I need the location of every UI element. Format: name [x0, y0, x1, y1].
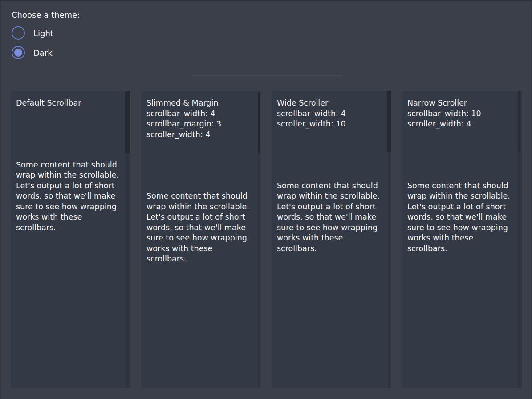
panel-title: Slimmed & Margin	[146, 98, 251, 109]
scrollbar-thumb[interactable]	[519, 91, 520, 152]
panel-body-text: Some content that should wrap within the…	[146, 191, 251, 265]
panel-header: Wide Scroller scrollbar_width: 4 scrolle…	[277, 98, 382, 130]
theme-chooser-label: Choose a theme:	[12, 10, 80, 20]
panel-body-text: Some content that should wrap within the…	[16, 160, 121, 233]
radio-label-dark[interactable]: Dark	[33, 48, 53, 57]
scrollbar-demo-panels: Default Scrollbar Some content that shou…	[11, 91, 522, 388]
panel-config-line: scrollbar_margin: 3	[146, 119, 251, 130]
scrollbar-thumb[interactable]	[258, 92, 260, 153]
section-divider	[191, 75, 343, 76]
radio-label-light[interactable]: Light	[33, 28, 53, 38]
panel-title: Narrow Scroller	[407, 98, 512, 109]
panel-slimmed-margin[interactable]: Slimmed & Margin scrollbar_width: 4 scro…	[141, 91, 261, 388]
panel-header: Slimmed & Margin scrollbar_width: 4 scro…	[146, 98, 251, 140]
panel-wide-scroller[interactable]: Wide Scroller scrollbar_width: 4 scrolle…	[272, 91, 391, 388]
panel-config-line: scrollbar_width: 4	[146, 109, 251, 119]
theme-chooser: Choose a theme: Light Dark	[12, 10, 80, 65]
radio-button-light[interactable]	[12, 26, 25, 40]
radio-option-dark[interactable]: Dark	[12, 46, 80, 59]
panel-config-line: scrollbar_width: 10	[407, 109, 512, 119]
panel-narrow-scroller[interactable]: Narrow Scroller scrollbar_width: 10 scro…	[402, 91, 522, 388]
panel-config-line: scroller_width: 4	[146, 130, 251, 140]
radio-option-light[interactable]: Light	[12, 26, 80, 40]
panel-config-line: scroller_width: 10	[277, 119, 382, 130]
panel-config-line: scrollbar_width: 4	[277, 109, 382, 119]
panel-body-text: Some content that should wrap within the…	[277, 181, 382, 254]
radio-button-dark[interactable]	[12, 46, 25, 59]
panel-header: Default Scrollbar	[16, 98, 121, 109]
scrollbar-thumb[interactable]	[125, 91, 130, 153]
panel-title: Wide Scroller	[277, 98, 382, 109]
panel-default-scrollbar[interactable]: Default Scrollbar Some content that shou…	[11, 91, 130, 388]
panel-title: Default Scrollbar	[16, 98, 121, 109]
panel-header: Narrow Scroller scrollbar_width: 10 scro…	[407, 98, 512, 130]
scrollbar-thumb[interactable]	[387, 91, 391, 152]
panel-body-text: Some content that should wrap within the…	[407, 181, 512, 254]
panel-config-line: scroller_width: 4	[407, 119, 512, 130]
